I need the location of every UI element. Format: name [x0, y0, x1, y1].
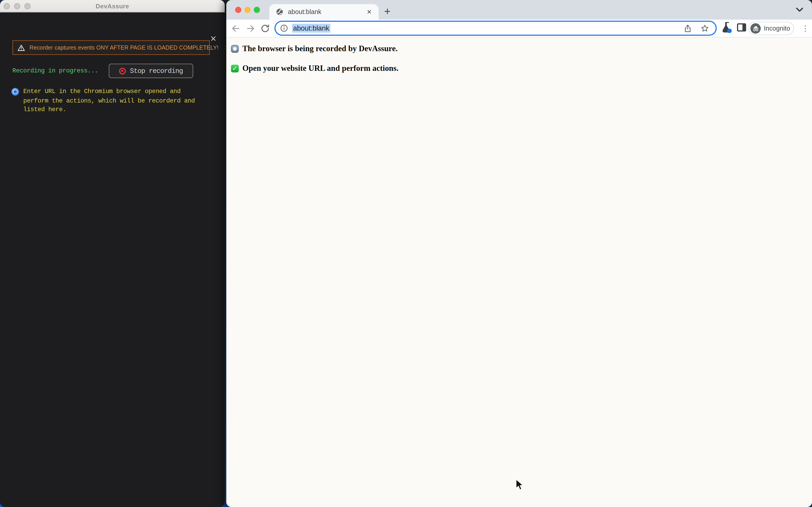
incognito-label: Incognito [764, 25, 790, 32]
record-icon [119, 67, 126, 74]
recorded-notice-line: The browser is being recorded by DevAssu… [231, 44, 812, 53]
forward-button[interactable] [244, 22, 257, 35]
open-url-text: Open your website URL and perform action… [242, 64, 399, 73]
page-content: The browser is being recorded by DevAssu… [226, 37, 812, 507]
check-mark-emoji-icon [231, 64, 239, 72]
browser-toolbar: about:blank [226, 20, 812, 37]
tab-search-chevron-button[interactable] [794, 6, 805, 14]
window-title: DevAssure [0, 2, 225, 9]
stop-recording-label: Stop recording [130, 67, 183, 75]
reload-button[interactable] [258, 22, 272, 35]
recording-row: Recording in progress... Stop recording [12, 64, 212, 78]
record-radio-emoji-icon [231, 45, 239, 53]
minimize-window-button[interactable] [245, 7, 251, 13]
warning-banner-close-button[interactable]: ✕ [223, 44, 225, 51]
incognito-badge[interactable]: Incognito [748, 22, 794, 35]
back-arrow-icon [231, 23, 241, 34]
side-panel-icon [736, 22, 747, 33]
browser-menu-button[interactable]: ⋮ [799, 22, 812, 35]
warning-banner: Recorder captures events ONY AFTER PAGE … [12, 40, 210, 55]
stop-recording-button[interactable]: Stop recording [109, 64, 193, 78]
reload-icon [260, 23, 270, 34]
desktop: DevAssure ✕ Recorder captures events ONY… [0, 0, 812, 507]
chromium-icon [11, 88, 19, 96]
warning-icon [18, 44, 25, 51]
open-url-line: Open your website URL and perform action… [231, 64, 812, 73]
close-window-button[interactable] [235, 7, 241, 13]
star-icon [700, 23, 709, 33]
instruction-block: Enter URL in the Chromium browser opened… [11, 88, 208, 115]
panel-close-button[interactable]: ✕ [209, 34, 218, 44]
flask-icon [721, 21, 733, 35]
forward-arrow-icon [245, 23, 256, 34]
tab-close-button[interactable]: ✕ [365, 8, 373, 16]
url-text-selected[interactable]: about:blank [292, 24, 330, 33]
share-button[interactable] [683, 23, 692, 33]
recorded-notice-text: The browser is being recorded by DevAssu… [242, 44, 398, 53]
browser-tab[interactable]: about:blank ✕ [269, 4, 378, 20]
side-panel-button[interactable] [736, 22, 747, 34]
browser-window-controls [235, 7, 260, 13]
share-icon [683, 23, 692, 33]
tab-strip: about:blank ✕ + [226, 0, 812, 20]
back-button[interactable] [229, 22, 242, 35]
browser-window: about:blank ✕ + [226, 0, 812, 507]
page-info-icon[interactable] [280, 24, 289, 33]
recorder-panel: ✕ Recorder captures events ONY AFTER PAG… [0, 12, 225, 507]
new-tab-button[interactable]: + [380, 4, 395, 18]
bookmark-button[interactable] [700, 23, 709, 33]
incognito-icon [752, 25, 759, 33]
chrome-labs-button[interactable] [721, 21, 733, 36]
devassure-titlebar[interactable]: DevAssure [0, 0, 225, 12]
tab-title: about:blank [288, 8, 360, 16]
zoom-window-button[interactable] [254, 7, 260, 13]
chevron-down-icon [796, 7, 804, 13]
warning-banner-text: Recorder captures events ONY AFTER PAGE … [30, 45, 218, 51]
globe-favicon [276, 8, 283, 16]
incognito-avatar [750, 23, 761, 34]
recording-status-text: Recording in progress... [12, 67, 98, 74]
devassure-window: DevAssure ✕ Recorder captures events ONY… [0, 0, 225, 507]
address-bar[interactable]: about:blank [274, 20, 717, 36]
instruction-text: Enter URL in the Chromium browser opened… [23, 88, 208, 115]
